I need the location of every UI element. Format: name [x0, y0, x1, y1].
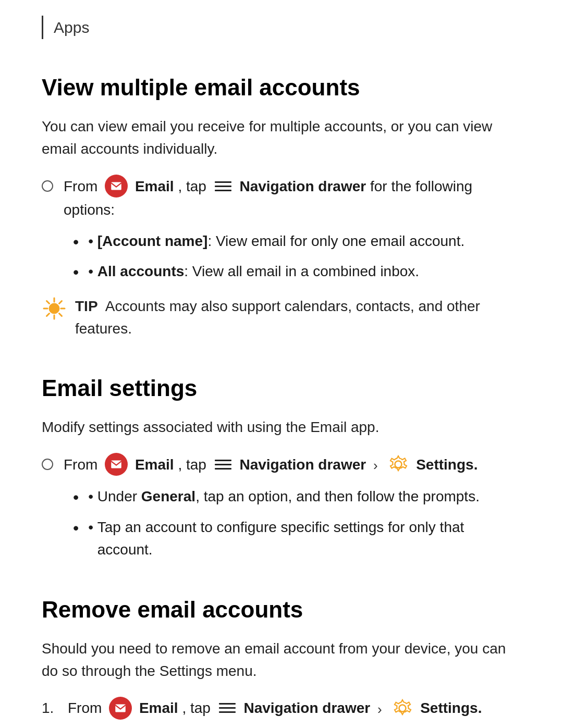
nav-drawer-label-1: Navigation drawer [239, 178, 366, 194]
instruction-row-email-settings: From Email , tap Navigation drawer › [42, 453, 521, 477]
section-view-multiple: View multiple email accounts You can vie… [42, 70, 521, 340]
bullet-text-2: All accounts: View all email in a combin… [97, 260, 419, 282]
bullet-marker-1: • [88, 230, 97, 252]
bullet-item-3: • Under General, tap an option, and then… [42, 485, 521, 509]
svg-line-10 [47, 313, 50, 316]
svg-line-9 [59, 301, 62, 303]
step-num-1: 1. [42, 697, 68, 719]
tip-row: TIP Accounts may also support calendars,… [42, 295, 521, 340]
app-label-email-2: Email [135, 456, 174, 473]
email-icon-2 [105, 453, 128, 476]
section-heading-email-settings: Email settings [42, 371, 521, 405]
email-icon-3 [109, 697, 132, 720]
bullet-item-4: • Tap an account to configure specific s… [42, 516, 521, 561]
body-text-email-settings: Modify settings associated with using th… [42, 416, 521, 438]
settings-label-2: Settings. [416, 456, 478, 473]
instruction-text-email-settings: From Email , tap Navigation drawer › [64, 453, 478, 477]
tip-icon [42, 296, 67, 321]
svg-rect-11 [111, 461, 121, 468]
section-heading-view-multiple: View multiple email accounts [42, 70, 521, 105]
from-label-2: From [64, 456, 102, 473]
bullet-item-1: • [Account name]: View email for only on… [42, 230, 521, 254]
settings-icon-2 [388, 454, 409, 475]
comma-3: , tap [182, 700, 214, 716]
step-1-content: From Email , tap Navigation drawer › [68, 697, 482, 721]
nav-drawer-icon-1 [215, 181, 231, 191]
tip-text: TIP Accounts may also support calendars,… [75, 295, 521, 340]
app-label-email-1: Email [135, 178, 174, 194]
nav-drawer-label-3: Navigation drawer [243, 700, 370, 716]
settings-icon-3 [392, 698, 413, 719]
from-label: From [64, 178, 102, 194]
sub-bullet-list-2: • Under General, tap an option, and then… [42, 485, 521, 561]
circle-bullet-icon-2 [42, 459, 53, 470]
nav-drawer-icon-3 [219, 703, 236, 713]
section-email-settings: Email settings Modify settings associate… [42, 371, 521, 561]
from-label-3: From [68, 700, 106, 716]
body-text-view-multiple: You can view email you receive for multi… [42, 115, 521, 161]
comma-1: , tap [178, 178, 210, 194]
bullet-text-3: Under General, tap an option, and then f… [97, 485, 480, 508]
header-bar: Apps [42, 16, 521, 39]
section-remove-accounts: Remove email accounts Should you need to… [42, 593, 521, 728]
bullet-marker-4: • [88, 516, 97, 538]
body-text-remove-accounts: Should you need to remove an email accou… [42, 637, 521, 683]
svg-line-8 [59, 313, 62, 316]
email-icon [105, 175, 128, 198]
section-heading-remove-accounts: Remove email accounts [42, 593, 521, 627]
svg-rect-12 [115, 704, 126, 712]
nav-drawer-icon-2 [215, 460, 231, 470]
svg-line-7 [47, 301, 50, 303]
instruction-text-view-multiple: From Email , tap Navigation drawer [64, 175, 521, 221]
app-label-email-3: Email [139, 700, 178, 716]
chevron-icon-2: › [373, 458, 378, 473]
tip-content: Accounts may also support calendars, con… [75, 298, 480, 337]
bullet-marker-3: • [88, 485, 97, 508]
comma-2: , tap [178, 456, 210, 473]
circle-bullet-icon [42, 180, 53, 192]
bullet-text-4: Tap an account to configure specific set… [97, 516, 521, 561]
nav-drawer-label-2: Navigation drawer [239, 456, 366, 473]
ordered-step-1: 1. From Email , tap Navigation d [42, 697, 521, 721]
bullet-item-2: • All accounts: View all email in a comb… [42, 260, 521, 284]
svg-rect-0 [111, 182, 121, 190]
chevron-icon-3: › [377, 701, 382, 717]
bullet-marker-2: • [88, 260, 97, 282]
svg-point-2 [49, 303, 59, 314]
header-apps-label: Apps [54, 16, 89, 39]
sub-bullet-list-1: • [Account name]: View email for only on… [42, 230, 521, 285]
instruction-row-view-multiple: From Email , tap Navigation drawer [42, 175, 521, 221]
ordered-steps: 1. From Email , tap Navigation d [42, 697, 521, 728]
bullet-text-1: [Account name]: View email for only one … [97, 230, 464, 252]
settings-label-3: Settings. [420, 700, 482, 716]
tip-label: TIP [75, 298, 98, 314]
